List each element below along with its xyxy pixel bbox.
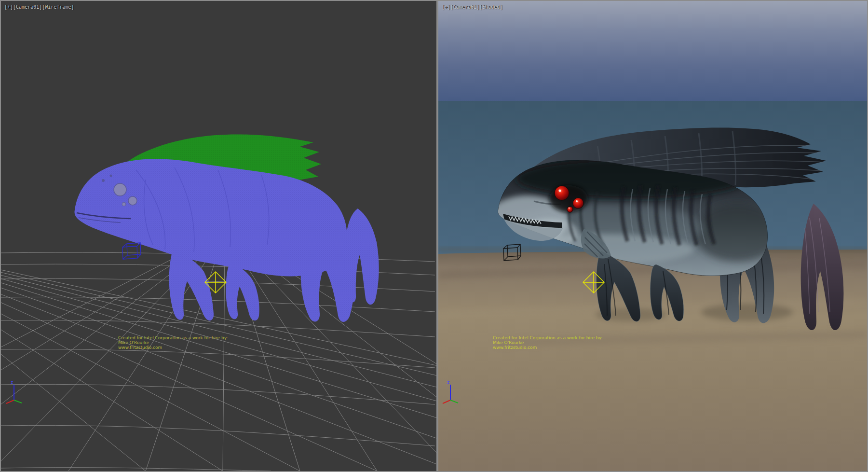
scene-credits-text[interactable]: Created for Intel Corporation as a work … (118, 335, 228, 350)
eye-red (555, 186, 569, 200)
scene-credits-text[interactable]: Created for Intel Corporation as a work … (493, 335, 602, 350)
credits-line-1: Created for Intel Corporation as a work … (493, 335, 602, 340)
z-axis-label: z (11, 380, 13, 385)
eye-red (573, 198, 583, 208)
nostril (110, 175, 112, 177)
nostril (102, 179, 105, 182)
eye-red-small (567, 207, 573, 212)
shaded-scene-canvas[interactable]: z (438, 1, 867, 471)
eye (114, 183, 126, 196)
wireframe-scene-canvas[interactable]: z (1, 1, 436, 471)
viewport-menu-pov[interactable]: [Camera01] (450, 4, 479, 10)
sky (438, 1, 867, 101)
dual-viewport-3d-app: z [+][Camera01][Wireframe] Created for I… (0, 0, 868, 472)
viewport-menu-general[interactable]: [+] (4, 4, 13, 10)
viewport-label: [+][Camera01][Shaded] (442, 4, 502, 10)
viewport-menu-shading[interactable]: [Shaded] (479, 4, 502, 10)
credits-line-2: Mike O'Rourke (493, 340, 602, 345)
viewport-menu-pov[interactable]: [Camera01] (13, 4, 42, 10)
viewport-menu-shading[interactable]: [Wireframe] (42, 4, 74, 10)
viewport-shaded[interactable]: z [+][Camera01][Shaded] Created for Inte… (438, 1, 867, 471)
fish-shadow (701, 304, 793, 321)
credits-line-3: www.fritzstudio.com (118, 345, 228, 350)
eye (128, 196, 137, 205)
viewport-label: [+][Camera01][Wireframe] (4, 4, 74, 10)
credits-line-1: Created for Intel Corporation as a work … (118, 335, 228, 340)
z-axis-label: z (447, 380, 449, 385)
credits-line-2: Mike O'Rourke (118, 340, 228, 345)
viewport-wireframe[interactable]: z [+][Camera01][Wireframe] Created for I… (1, 1, 436, 471)
viewport-menu-general[interactable]: [+] (442, 4, 450, 10)
credits-line-3: www.fritzstudio.com (493, 345, 602, 350)
eye-small (122, 202, 126, 206)
